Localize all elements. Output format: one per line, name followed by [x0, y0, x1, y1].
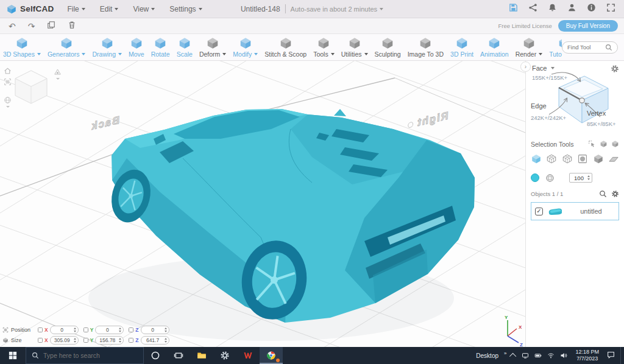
display-icon[interactable]	[522, 352, 529, 359]
toolbar-item[interactable]: Image To 3D	[408, 37, 444, 58]
size-x-stepper[interactable]	[74, 338, 76, 343]
menu-item[interactable]: View	[133, 5, 155, 13]
toolbar-item[interactable]: Move	[129, 37, 144, 58]
redo-button[interactable]: ↷	[28, 22, 35, 30]
size-z-stepper[interactable]	[165, 338, 167, 343]
toolbar-item[interactable]: Tutorials	[549, 37, 562, 58]
select-shell-icon[interactable]	[611, 140, 619, 148]
select-plane-mode[interactable]	[608, 153, 619, 167]
position-y-stepper[interactable]	[119, 327, 121, 332]
position-z-input[interactable]	[141, 327, 165, 333]
toolbar-item[interactable]: Drawing	[92, 37, 122, 58]
delete-button[interactable]	[68, 21, 76, 32]
autosave-status[interactable]: Auto-save in about 2 minutes	[291, 5, 383, 13]
wifi-icon[interactable]	[547, 352, 555, 359]
size-x-lock-checkbox[interactable]	[38, 338, 43, 343]
toolbar-item[interactable]: Modify	[233, 37, 258, 58]
cortana-button[interactable]	[144, 347, 167, 364]
notifications-button[interactable]	[548, 3, 557, 15]
toolbar-item[interactable]: Deform	[199, 37, 226, 58]
position-y-lock-checkbox[interactable]	[83, 327, 88, 332]
fit-view-icon[interactable]	[4, 78, 12, 86]
size-z-input[interactable]	[141, 337, 165, 343]
taskbar-search-input[interactable]	[43, 352, 129, 359]
volume-icon[interactable]	[560, 352, 567, 359]
settings-button[interactable]	[213, 347, 236, 364]
select-dense-mesh-mode[interactable]	[562, 153, 573, 167]
taskbar-search[interactable]	[26, 347, 144, 364]
copy-button[interactable]	[47, 21, 55, 32]
search-objects-icon[interactable]	[599, 190, 607, 198]
toolbar-item[interactable]: Stitch & Scoop	[264, 37, 307, 58]
brush-size-stepper[interactable]	[587, 175, 590, 180]
select-cube-mode[interactable]	[531, 153, 542, 167]
home-view-icon[interactable]	[4, 67, 12, 75]
viewport-3d[interactable]: Y X Z Back Right	[0, 61, 525, 347]
size-z-lock-checkbox[interactable]	[129, 338, 133, 343]
app-logo[interactable]: SelfCAD	[0, 4, 60, 15]
position-x-stepper[interactable]	[74, 327, 76, 332]
task-view-button[interactable]	[167, 347, 190, 364]
desktop-toolbar-label[interactable]: Desktop	[476, 352, 498, 359]
action-center-button[interactable]	[607, 350, 615, 361]
select-solid-mode[interactable]	[593, 153, 604, 167]
menu-item[interactable]: Settings	[169, 5, 202, 13]
select-mesh-mode[interactable]	[546, 153, 557, 167]
show-desktop-button[interactable]	[620, 347, 623, 364]
buy-full-version-button[interactable]: Buy Full Version	[558, 20, 618, 32]
size-y-input[interactable]	[96, 337, 119, 343]
objects-settings-icon[interactable]	[611, 190, 619, 198]
toolbar-item[interactable]: Sculpting	[375, 37, 401, 58]
wps-office-button[interactable]	[236, 347, 260, 364]
position-x-input[interactable]	[51, 327, 74, 333]
toolbar-item[interactable]: Render	[516, 37, 542, 58]
object-list-item[interactable]: ✓ untitled	[531, 202, 619, 220]
toolbar-item[interactable]: Utilities	[341, 37, 368, 58]
position-z-lock-checkbox[interactable]	[129, 327, 133, 332]
marquee-select-icon[interactable]	[588, 140, 596, 148]
size-y-stepper[interactable]	[119, 338, 121, 343]
size-x-input[interactable]	[51, 337, 74, 343]
undo-button[interactable]: ↶	[9, 22, 16, 30]
panel-collapse-button[interactable]: ›	[520, 61, 531, 72]
select-solid-icon[interactable]	[600, 140, 608, 148]
gear-icon[interactable]	[611, 65, 619, 73]
position-y-input[interactable]	[96, 327, 119, 333]
projection-icon[interactable]	[54, 68, 62, 76]
taskbar-clock[interactable]: 12:18 PM 7/7/2023	[573, 349, 601, 363]
show-hidden-icons-button[interactable]	[509, 353, 516, 360]
chrome-button[interactable]	[260, 347, 283, 364]
object-visibility-checkbox[interactable]: ✓	[535, 208, 543, 215]
share-button[interactable]	[528, 3, 537, 15]
menu-item[interactable]: Edit	[100, 5, 119, 13]
position-z-stepper[interactable]	[165, 327, 167, 332]
face-mode-dropdown[interactable]: Face	[532, 65, 555, 72]
battery-icon[interactable]	[534, 352, 542, 359]
brush-size-input[interactable]	[572, 175, 586, 181]
mesh-ball-icon[interactable]	[545, 173, 555, 183]
select-sphere-mode[interactable]	[577, 153, 588, 167]
start-button[interactable]	[0, 347, 26, 364]
caret-down-icon[interactable]	[56, 78, 60, 80]
search-icon[interactable]	[605, 44, 612, 51]
toolbar-item[interactable]: Generators	[48, 37, 86, 58]
caret-down-icon[interactable]	[6, 106, 10, 108]
account-button[interactable]	[567, 3, 576, 15]
toolbar-item[interactable]: Scale	[177, 37, 193, 58]
toolbar-item[interactable]: Tools	[313, 37, 335, 58]
toolbar-item[interactable]: Rotate	[151, 37, 170, 58]
info-button[interactable]	[587, 3, 596, 15]
file-explorer-button[interactable]	[190, 347, 213, 364]
view-cube[interactable]	[12, 68, 50, 106]
find-tool-input[interactable]	[567, 44, 603, 51]
toolbar-item[interactable]: 3D Print	[450, 37, 473, 58]
fullscreen-button[interactable]	[606, 3, 615, 15]
toolbar-more-icon[interactable]: »	[504, 351, 506, 356]
size-y-lock-checkbox[interactable]	[83, 338, 88, 343]
orbit-view-icon[interactable]	[4, 96, 12, 104]
toolbar-item[interactable]: 3D Shapes	[3, 37, 41, 58]
round-brush-button[interactable]	[531, 173, 539, 182]
car-model[interactable]	[88, 109, 475, 341]
toolbar-item[interactable]: Animation	[480, 37, 509, 58]
save-button[interactable]	[509, 3, 518, 15]
